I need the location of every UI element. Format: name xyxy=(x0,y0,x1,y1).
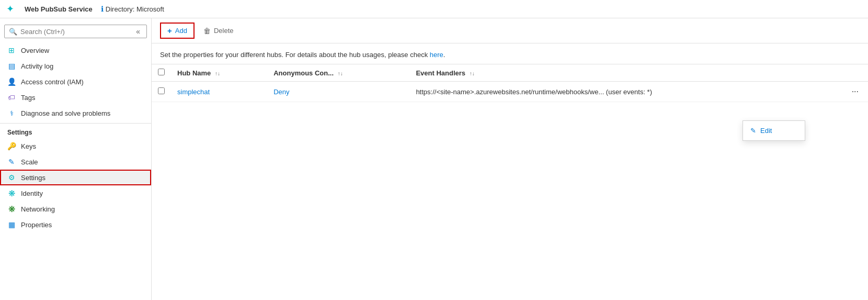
content-area: + Add 🗑 Delete Set the properties for yo… xyxy=(152,18,868,300)
event-handlers-value: https://<site-name>.azurewebsites.net/ru… xyxy=(416,88,652,96)
tags-icon: 🏷 xyxy=(7,93,16,102)
main-layout: 🔍 « ⊞ Overview ▤ Activity log 👤 Access c… xyxy=(0,18,868,300)
search-icon: 🔍 xyxy=(9,28,17,36)
context-menu: ✎ Edit xyxy=(743,120,805,141)
add-button[interactable]: + Add xyxy=(160,23,195,39)
edit-icon: ✎ xyxy=(750,127,756,135)
hub-name-sort-icon[interactable]: ↑↓ xyxy=(215,71,220,76)
sidebar-item-diagnose[interactable]: ⚕ Diagnose and solve problems xyxy=(0,105,151,121)
col-event-handlers[interactable]: Event Handlers ↑↓ xyxy=(409,64,842,82)
row-checkbox-cell[interactable] xyxy=(152,82,171,102)
delete-icon: 🗑 xyxy=(203,27,211,35)
sidebar-label-overview: Overview xyxy=(21,47,49,54)
overview-icon: ⊞ xyxy=(7,46,16,54)
description-bar: Set the properties for your different hu… xyxy=(152,43,868,64)
scale-icon: ✎ xyxy=(7,158,16,166)
edit-label: Edit xyxy=(760,127,772,135)
settings-section-label: Settings xyxy=(0,123,151,138)
anonymous-sort-icon[interactable]: ↑↓ xyxy=(338,71,343,76)
select-all-cell[interactable] xyxy=(152,64,171,82)
row-checkbox[interactable] xyxy=(158,87,165,94)
sidebar: 🔍 « ⊞ Overview ▤ Activity log 👤 Access c… xyxy=(0,18,152,300)
col-hub-name[interactable]: Hub Name ↑↓ xyxy=(171,64,267,82)
delete-label: Delete xyxy=(214,27,234,35)
networking-icon: ❋ xyxy=(7,205,16,213)
cell-anonymous-connect: Deny xyxy=(267,82,409,102)
table-row: simplechat Deny https://<site-name>.azur… xyxy=(152,82,868,102)
delete-button[interactable]: 🗑 Delete xyxy=(197,24,241,38)
cell-hub-name[interactable]: simplechat xyxy=(171,82,267,102)
select-all-checkbox[interactable] xyxy=(158,69,165,75)
sidebar-item-keys[interactable]: 🔑 Keys xyxy=(0,138,151,154)
sidebar-label-diagnose: Diagnose and solve problems xyxy=(21,109,110,117)
identity-icon: ❋ xyxy=(7,189,16,197)
hub-name-link[interactable]: simplechat xyxy=(177,88,210,96)
table-area: Hub Name ↑↓ Anonymous Con... ↑↓ Event Ha… xyxy=(152,64,868,102)
sidebar-label-scale: Scale xyxy=(21,158,38,166)
sidebar-item-overview[interactable]: ⊞ Overview xyxy=(0,42,151,58)
col-anonymous-label: Anonymous Con... xyxy=(273,69,334,77)
cell-row-actions[interactable]: ··· xyxy=(842,82,868,102)
plus-icon: + xyxy=(167,26,172,35)
add-label: Add xyxy=(175,27,187,35)
sidebar-item-settings[interactable]: ⚙ Settings xyxy=(0,170,151,185)
sidebar-item-properties[interactable]: ▦ Properties xyxy=(0,217,151,232)
search-input[interactable] xyxy=(20,28,115,36)
sidebar-item-activity-log[interactable]: ▤ Activity log xyxy=(0,58,151,74)
hubs-table: Hub Name ↑↓ Anonymous Con... ↑↓ Event Ha… xyxy=(152,64,868,102)
description-link[interactable]: here xyxy=(430,51,443,59)
sidebar-item-scale[interactable]: ✎ Scale xyxy=(0,154,151,170)
sidebar-item-tags[interactable]: 🏷 Tags xyxy=(0,90,151,105)
event-handlers-sort-icon[interactable]: ↑↓ xyxy=(470,71,475,76)
toolbar: + Add 🗑 Delete xyxy=(152,18,868,43)
directory-info: ℹ Directory: Microsoft xyxy=(101,5,164,13)
description-text-after: . xyxy=(443,51,446,59)
col-actions xyxy=(842,64,868,82)
sidebar-label-settings: Settings xyxy=(21,174,45,182)
anonymous-connect-value: Deny xyxy=(273,88,289,96)
cell-event-handlers: https://<site-name>.azurewebsites.net/ru… xyxy=(409,82,842,102)
collapse-button[interactable]: « xyxy=(134,27,142,36)
access-control-icon: 👤 xyxy=(7,77,16,86)
directory-label: Directory: Microsoft xyxy=(106,5,164,13)
sidebar-label-identity: Identity xyxy=(21,190,43,197)
sidebar-item-identity[interactable]: ❋ Identity xyxy=(0,185,151,201)
col-hub-name-label: Hub Name xyxy=(177,69,211,77)
top-bar: ✦ Web PubSub Service ℹ Directory: Micros… xyxy=(0,0,868,18)
keys-icon: 🔑 xyxy=(7,142,16,150)
table-header-row: Hub Name ↑↓ Anonymous Con... ↑↓ Event Ha… xyxy=(152,64,868,82)
settings-icon: ⚙ xyxy=(7,173,16,182)
col-anonymous-con[interactable]: Anonymous Con... ↑↓ xyxy=(267,64,409,82)
sidebar-label-properties: Properties xyxy=(21,221,52,229)
context-menu-edit[interactable]: ✎ Edit xyxy=(743,123,805,138)
row-ellipsis-button[interactable]: ··· xyxy=(849,86,862,97)
sidebar-label-networking: Networking xyxy=(21,205,55,213)
sidebar-label-activity-log: Activity log xyxy=(21,62,53,70)
sidebar-label-keys: Keys xyxy=(21,142,36,150)
sidebar-item-networking[interactable]: ❋ Networking xyxy=(0,201,151,217)
info-icon: ℹ xyxy=(101,5,104,13)
description-text-before: Set the properties for your different hu… xyxy=(160,51,430,59)
diagnose-icon: ⚕ xyxy=(7,109,16,117)
col-event-handlers-label: Event Handlers xyxy=(416,69,465,77)
activity-log-icon: ▤ xyxy=(7,62,16,70)
sidebar-label-tags: Tags xyxy=(21,94,35,102)
properties-icon: ▦ xyxy=(7,220,16,229)
service-icon: ✦ xyxy=(6,3,14,15)
search-box[interactable]: 🔍 « xyxy=(4,25,147,38)
sidebar-item-access-control[interactable]: 👤 Access control (IAM) xyxy=(0,74,151,90)
sidebar-label-access-control: Access control (IAM) xyxy=(21,78,84,86)
service-name: Web PubSub Service xyxy=(25,5,93,13)
